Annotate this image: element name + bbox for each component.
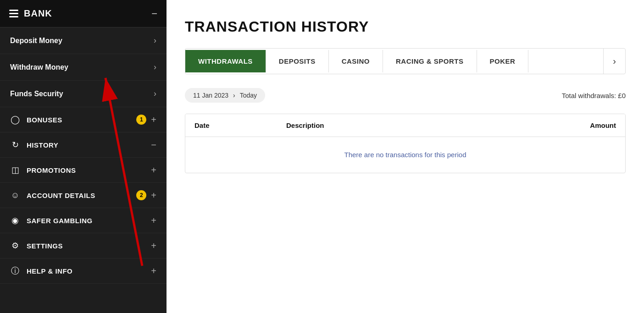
tab-racing-sports[interactable]: RACING & SPORTS [383,50,477,72]
sidebar-item-promotions[interactable]: ◫ PROMOTIONS + [0,158,167,183]
page-title: TRANSACTION HISTORY [185,18,626,35]
deposit-money-label: Deposit Money [10,37,62,45]
bonuses-label: BONUSES [27,116,62,124]
total-label: Total withdrawals: [562,92,616,99]
promotions-expand-icon: + [151,165,156,175]
date-from-label: 11 Jan 2023 [193,92,228,99]
total-value: £0 [618,92,626,99]
date-filter-chevron-icon: › [233,92,235,99]
table-col-date: Date [194,121,286,129]
sidebar-item-funds-security[interactable]: Funds Security › [0,81,167,107]
sidebar-item-safer-gambling[interactable]: ◉ SAFER GAMBLING + [0,208,167,233]
main-content: TRANSACTION HISTORY WITHDRAWALS DEPOSITS… [167,0,644,313]
sidebar-item-history[interactable]: ↻ HISTORY − [0,132,167,158]
bonuses-badge: 1 [136,115,146,125]
sidebar-item-settings[interactable]: ⚙ SETTINGS + [0,233,167,258]
settings-label: SETTINGS [27,242,63,250]
sidebar-item-account-details[interactable]: ☺ ACCOUNT DETAILS 2 + [0,183,167,208]
tab-more-button[interactable]: › [603,49,625,74]
tab-poker[interactable]: POKER [477,50,529,72]
hamburger-icon[interactable] [9,10,18,17]
date-to-label: Today [240,92,257,99]
table-body: There are no transactions for this perio… [185,137,625,173]
tab-withdrawals[interactable]: WITHDRAWALS [185,50,266,72]
sidebar-item-help-info[interactable]: ⓘ HELP & INFO + [0,258,167,284]
history-expand-icon: − [151,140,156,149]
withdraw-money-label: Withdraw Money [10,63,68,71]
promotions-icon: ◫ [10,165,20,175]
safer-gambling-expand-icon: + [151,216,156,225]
withdraw-money-chevron-icon: › [154,62,156,72]
settings-icon: ⚙ [10,241,20,251]
no-transactions-message: There are no transactions for this perio… [344,151,466,159]
bonuses-expand-icon: + [151,115,156,124]
sidebar-header: BANK − [0,0,167,27]
sidebar-item-withdraw-money[interactable]: Withdraw Money › [0,54,167,81]
settings-expand-icon: + [151,241,156,250]
tab-casino[interactable]: CASINO [329,50,383,72]
sidebar-item-deposit-money[interactable]: Deposit Money › [0,27,167,54]
help-info-label: HELP & INFO [27,267,72,275]
sidebar-item-bonuses[interactable]: ◯ BONUSES 1 + [0,107,167,132]
promotions-label: PROMOTIONS [27,166,76,174]
table-header: Date Description Amount [185,114,625,137]
help-info-icon: ⓘ [10,266,20,276]
help-info-expand-icon: + [151,266,156,275]
tab-deposits[interactable]: DEPOSITS [266,50,329,72]
sidebar-bank-title: BANK [24,8,52,19]
history-icon: ↻ [10,140,20,150]
date-filter-button[interactable]: 11 Jan 2023 › Today [185,88,265,103]
total-withdrawals-display: Total withdrawals: £0 [562,92,626,99]
account-details-icon: ☺ [10,190,20,200]
sidebar-collapse-button[interactable]: − [151,9,157,19]
table-col-amount: Amount [547,121,616,129]
deposit-money-chevron-icon: › [154,36,156,45]
history-label: HISTORY [27,141,58,149]
safer-gambling-label: SAFER GAMBLING [27,217,93,225]
account-details-expand-icon: + [151,191,156,200]
transactions-table: Date Description Amount There are no tra… [185,114,626,173]
tabs-container: WITHDRAWALS DEPOSITS CASINO RACING & SPO… [185,48,626,74]
bonuses-icon: ◯ [10,115,20,125]
safer-gambling-icon: ◉ [10,215,20,225]
table-col-description: Description [286,121,547,129]
account-details-label: ACCOUNT DETAILS [27,192,95,199]
funds-security-chevron-icon: › [154,89,156,99]
funds-security-label: Funds Security [10,90,63,98]
filter-row: 11 Jan 2023 › Today Total withdrawals: £… [185,88,626,103]
account-details-badge: 2 [136,190,146,200]
sidebar-header-left: BANK [9,8,52,19]
